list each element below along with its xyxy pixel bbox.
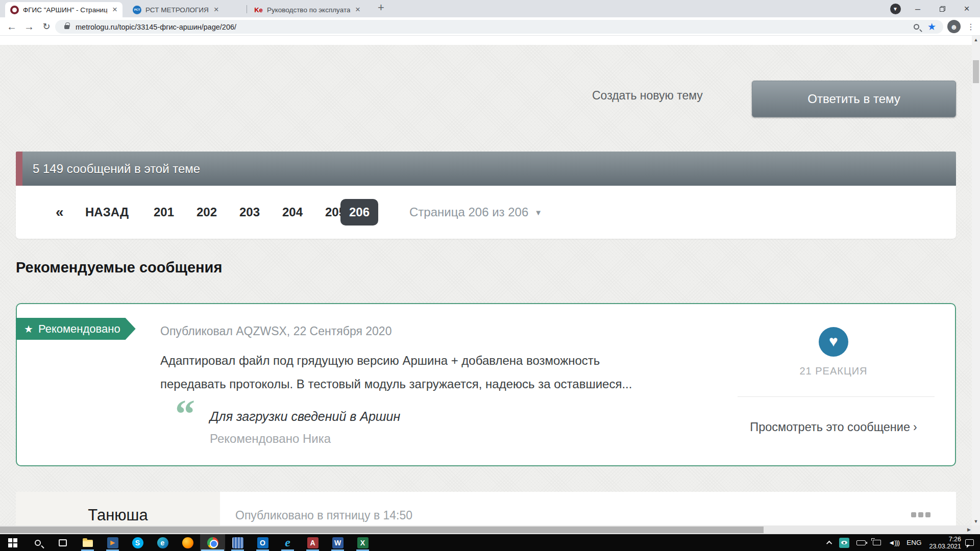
messages-count: 5 149 сообщений в этой теме: [33, 162, 200, 176]
reply-button[interactable]: Ответить в тему: [752, 81, 956, 117]
quote-text[interactable]: Для загрузки сведений в Аршин: [210, 409, 400, 424]
caret-down-icon: ▼: [534, 208, 542, 217]
word-button[interactable]: W: [325, 534, 350, 551]
post-options-icon[interactable]: [911, 512, 930, 517]
scroll-up-icon[interactable]: ▲: [972, 36, 980, 44]
lock-icon[interactable]: [64, 25, 69, 29]
skype-button[interactable]: S: [125, 534, 150, 551]
new-tab-button[interactable]: +: [378, 1, 384, 14]
recommended-post-card: ★ Рекомендовано Опубликовал AQZWSX, 22 С…: [16, 303, 956, 466]
tab-close-icon[interactable]: ×: [355, 5, 360, 15]
action-center-icon[interactable]: [965, 539, 974, 546]
edge-button[interactable]: e: [150, 534, 175, 551]
forward-button[interactable]: →: [21, 17, 37, 36]
network-icon[interactable]: [873, 540, 881, 545]
excel-button[interactable]: X: [350, 534, 375, 551]
pagination-page-203[interactable]: 203: [239, 186, 260, 239]
post-excerpt: Адаптировал файл под грядущую версию Арш…: [160, 349, 747, 396]
battery-icon[interactable]: [856, 540, 866, 545]
scroll-down-icon[interactable]: ▼: [972, 517, 980, 525]
back-button[interactable]: ←: [4, 17, 19, 36]
taskbar-search-button[interactable]: [25, 534, 50, 551]
page-select-dropdown[interactable]: Страница 206 из 206 ▼: [409, 186, 542, 239]
pagination-page-204[interactable]: 204: [282, 186, 303, 239]
browser-menu-icon[interactable]: ⋮: [966, 20, 976, 33]
tab-manual[interactable]: Kе Руководство по эксплуатации Р ×: [249, 2, 365, 17]
windows-icon: [8, 538, 17, 547]
internet-explorer-icon: e: [282, 537, 293, 548]
language-indicator[interactable]: ENG: [906, 539, 921, 546]
forum-page: Создать новую тему Ответить в тему 5 149…: [0, 36, 972, 525]
post-published-date[interactable]: Опубликовано в пятницу в 14:50: [235, 509, 412, 522]
tab-rst-metrologia[interactable]: РСТ РСТ МЕТРОЛОГИЯ ×: [128, 2, 244, 17]
start-button[interactable]: [0, 534, 25, 551]
pagination-page-201[interactable]: 201: [154, 186, 174, 239]
k-favicon: Kе: [254, 6, 263, 14]
post-meta[interactable]: Опубликовал AQZWSX, 22 Сентября 2020: [160, 324, 391, 338]
topic-messages-bar: 5 149 сообщений в этой теме: [16, 152, 956, 186]
profile-avatar[interactable]: ☻: [947, 20, 961, 33]
outlook-icon: O: [257, 537, 268, 548]
media-player-button[interactable]: ▶: [100, 534, 125, 551]
horizontal-scrollbar[interactable]: ▶: [0, 525, 972, 534]
tray-expand-button[interactable]: [828, 541, 832, 545]
tab-search-button[interactable]: ▼: [887, 0, 904, 17]
vertical-scrollbar[interactable]: ▲ ▼: [972, 36, 980, 525]
post-excerpt-line2: передавать протоколы. В тестовый модуль …: [160, 372, 747, 396]
recommended-badge-label: Рекомендовано: [38, 322, 120, 336]
address-bar[interactable]: metrologu.ru/topic/33145-фгис-аршин/page…: [55, 20, 943, 34]
outlook-button[interactable]: O: [250, 534, 275, 551]
scroll-right-icon[interactable]: ▶: [967, 525, 971, 534]
url-text[interactable]: metrologu.ru/topic/33145-фгис-аршин/page…: [76, 23, 236, 31]
tab-close-icon[interactable]: ×: [112, 5, 117, 15]
tray-eye-app-icon[interactable]: [839, 538, 849, 548]
edge-icon: e: [157, 537, 168, 548]
volume-icon[interactable]: ◄))): [888, 539, 899, 546]
reactions-count[interactable]: 21 РЕАКЦИЯ: [757, 365, 910, 377]
arshin-favicon: [10, 6, 19, 14]
quote-caption: Рекомендовано Ника: [210, 432, 331, 446]
pagination-page-current[interactable]: 206: [340, 199, 378, 226]
recommended-badge: ★ Рекомендовано: [16, 318, 136, 340]
close-window-button[interactable]: ×: [955, 0, 978, 17]
firefox-button[interactable]: [175, 534, 200, 551]
chrome-icon: [207, 537, 218, 548]
database-app-button[interactable]: [225, 534, 250, 551]
task-view-button[interactable]: [50, 534, 75, 551]
desktop: ФГИС "АРШИН" - Страница 206 × РСТ РСТ МЕ…: [0, 0, 980, 551]
post-author-name[interactable]: Танюша: [16, 506, 220, 524]
pagination-first[interactable]: «: [56, 186, 64, 239]
star-icon: ★: [24, 323, 33, 335]
media-player-icon: ▶: [107, 537, 118, 548]
reload-button[interactable]: ↻: [39, 17, 54, 36]
tab-arshin[interactable]: ФГИС "АРШИН" - Страница 206 ×: [5, 2, 122, 17]
clock-date: 23.03.2021: [929, 543, 961, 550]
tab-close-icon[interactable]: ×: [214, 5, 219, 15]
browser-tab-bar: ФГИС "АРШИН" - Страница 206 × РСТ РСТ МЕ…: [0, 0, 980, 17]
minimize-button[interactable]: –: [906, 0, 929, 17]
zoom-icon[interactable]: [914, 24, 919, 30]
heart-reaction-icon[interactable]: ♥: [819, 327, 848, 357]
horizontal-scroll-thumb[interactable]: [0, 527, 764, 533]
bookmark-star-icon[interactable]: ★: [927, 21, 936, 33]
create-topic-link[interactable]: Создать новую тему: [592, 89, 703, 103]
topic-bar-stripe: [16, 152, 22, 186]
chrome-button[interactable]: [200, 534, 225, 551]
card-divider: [738, 396, 935, 397]
restore-button[interactable]: [931, 0, 953, 17]
pagination-page-202[interactable]: 202: [197, 186, 217, 239]
clock[interactable]: 7:26 23.03.2021: [929, 536, 961, 550]
post-excerpt-line1: Адаптировал файл под грядущую версию Арш…: [160, 349, 747, 372]
pagination-back[interactable]: НАЗАД: [85, 186, 129, 239]
page-top-strip: [0, 36, 972, 45]
vertical-scroll-thumb[interactable]: [973, 60, 979, 83]
task-view-icon: [59, 539, 67, 546]
file-explorer-button[interactable]: [75, 534, 100, 551]
internet-explorer-button[interactable]: e: [275, 534, 300, 551]
firefox-icon: [182, 537, 193, 548]
database-app-icon: [232, 537, 243, 548]
access-button[interactable]: A: [300, 534, 325, 551]
word-icon: W: [332, 537, 344, 548]
view-post-link[interactable]: Просмотреть это сообщение›: [721, 420, 946, 434]
tab-separator: [247, 5, 247, 13]
